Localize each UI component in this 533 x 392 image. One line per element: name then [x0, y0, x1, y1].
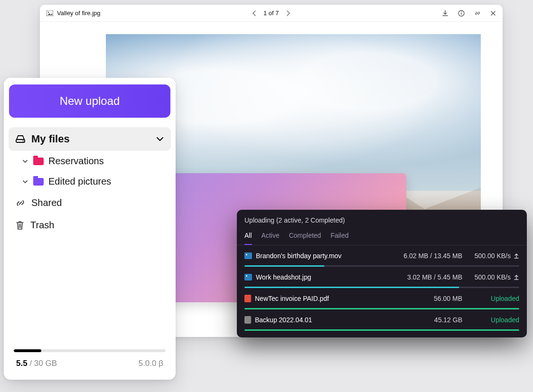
upload-row: Brandon's birthday party.mov 6.02 MB / 1…: [244, 245, 519, 267]
chevron-down-icon: [22, 159, 28, 164]
sidebar-item-my-files[interactable]: My files: [9, 127, 171, 151]
viewer-pager: 1 of 7: [252, 9, 290, 17]
upload-filename: NewTec invoice PAID.pdf: [255, 295, 329, 302]
viewer-filename: Valley of fire.jpg: [57, 9, 101, 17]
tab-all[interactable]: All: [244, 227, 252, 245]
svg-point-3: [461, 11, 462, 12]
upload-size: 45.12 GB: [372, 316, 462, 324]
link-icon: [15, 198, 26, 208]
tab-completed[interactable]: Completed: [289, 227, 321, 245]
chevron-down-icon: [22, 179, 28, 184]
upload-tabs: All Active Completed Failed: [237, 227, 527, 245]
pdf-file-icon: [244, 295, 251, 302]
upload-size: 3.02 MB / 5.45 MB: [372, 273, 462, 281]
tab-active[interactable]: Active: [262, 227, 280, 245]
sidebar: New upload My files Reservations Edited …: [4, 78, 176, 380]
upload-panel-header: Uploading (2 active, 2 Completed): [237, 210, 527, 227]
upload-size: 56.00 MB: [372, 295, 462, 302]
image-file-icon: [244, 274, 252, 280]
folder-icon: [33, 158, 44, 165]
folder-icon: [33, 178, 44, 186]
viewer-header: Valley of fire.jpg 1 of 7: [40, 5, 503, 22]
upload-speed: 500.00 KB/s: [462, 273, 519, 281]
upload-size: 6.02 MB / 13.45 MB: [372, 252, 462, 260]
svg-rect-4: [461, 13, 461, 15]
svg-point-7: [23, 140, 24, 141]
sidebar-item-label: My files: [31, 133, 70, 145]
upload-progress-fill: [244, 329, 519, 331]
sidebar-item-label: Shared: [31, 197, 62, 208]
download-button[interactable]: [442, 10, 449, 17]
sidebar-item-shared[interactable]: Shared: [9, 192, 171, 214]
sidebar-item-trash[interactable]: Trash: [9, 214, 171, 236]
tab-failed[interactable]: Failed: [330, 227, 348, 245]
image-icon: [47, 10, 53, 16]
close-button[interactable]: [490, 10, 496, 16]
upload-filename: Work headshot.jpg: [256, 273, 311, 281]
storage-text: 5.5 / 30 GB: [16, 359, 57, 368]
link-button[interactable]: [474, 10, 481, 17]
sidebar-item-label: Trash: [30, 220, 54, 231]
upload-speed: 500.00 KB/s: [462, 252, 519, 260]
upload-panel: Uploading (2 active, 2 Completed) All Ac…: [237, 210, 527, 337]
upload-row: Work headshot.jpg 3.02 MB / 5.45 MB 500.…: [244, 267, 519, 288]
upload-status: Uploaded: [462, 295, 519, 302]
upload-status: Uploaded: [462, 316, 519, 324]
svg-point-1: [48, 11, 49, 12]
new-upload-button[interactable]: New upload: [9, 84, 170, 118]
sidebar-folder-reservations[interactable]: Reservations: [9, 151, 171, 171]
upload-filename: Brandon's birthday party.mov: [256, 252, 342, 260]
viewer-actions: [442, 10, 496, 17]
upload-list: Brandon's birthday party.mov 6.02 MB / 1…: [237, 245, 527, 337]
chevron-down-icon: [156, 136, 164, 142]
storage-progress-bar: [14, 349, 166, 352]
upload-row: NewTec invoice PAID.pdf 56.00 MB Uploade…: [244, 288, 519, 309]
upload-icon: [514, 253, 519, 259]
sidebar-item-label: Edited pictures: [48, 176, 111, 187]
version-label: 5.0.0 β: [139, 359, 163, 368]
storage-total: / 30 GB: [29, 359, 57, 368]
storage-progress-fill: [14, 349, 41, 352]
sidebar-folder-edited-pictures[interactable]: Edited pictures: [9, 171, 171, 192]
prev-page-button[interactable]: [252, 10, 257, 16]
upload-icon: [514, 274, 519, 280]
upload-row: Backup 2022.04.01 45.12 GB Uploaded: [244, 309, 519, 331]
page-counter: 1 of 7: [263, 9, 279, 17]
viewer-title: Valley of fire.jpg: [47, 9, 101, 17]
next-page-button[interactable]: [286, 10, 290, 16]
info-button[interactable]: [458, 10, 465, 17]
drive-icon: [15, 135, 26, 143]
trash-icon: [15, 220, 25, 231]
storage-used: 5.5: [16, 359, 28, 368]
upload-filename: Backup 2022.04.01: [255, 316, 312, 324]
archive-file-icon: [244, 316, 251, 324]
svg-rect-0: [47, 10, 53, 16]
storage-row: 5.5 / 30 GB 5.0.0 β: [9, 359, 171, 373]
sidebar-item-label: Reservations: [48, 156, 104, 167]
image-file-icon: [244, 252, 252, 259]
